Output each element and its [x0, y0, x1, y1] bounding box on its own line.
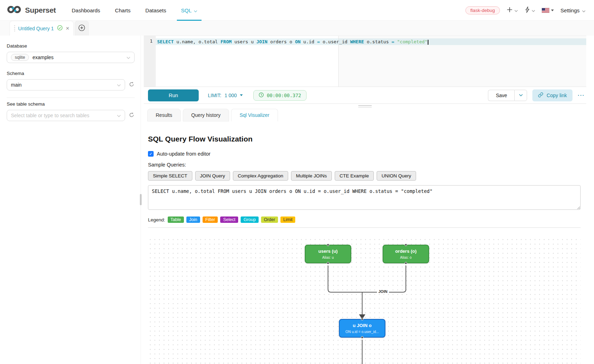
database-engine-badge: sqlite — [11, 54, 29, 61]
save-button[interactable]: Save — [488, 90, 514, 101]
plus-icon — [507, 7, 513, 14]
node-handle[interactable] — [405, 244, 407, 246]
legend-chip-limit: Limit — [280, 216, 295, 223]
schema-select[interactable]: main — [7, 79, 125, 90]
editor-gutter: 1 — [144, 36, 156, 87]
drag-handle-icon[interactable] — [14, 25, 15, 32]
sample-complex-aggregation-button[interactable]: Complex Aggregation — [233, 171, 288, 181]
sidebar-resize-handle[interactable] — [140, 194, 142, 205]
node-handle[interactable] — [361, 336, 364, 339]
save-dropdown-button[interactable] — [514, 90, 527, 101]
plus-circle-icon — [78, 24, 85, 33]
limit-dropdown[interactable]: LIMIT: 1 000 — [208, 93, 243, 98]
top-navbar: Superset Dashboards Charts Datasets SQL … — [0, 0, 594, 21]
table-select[interactable]: Select table or type to search tables — [7, 110, 125, 121]
tab-query-history[interactable]: Query history — [183, 109, 229, 121]
node-handle[interactable] — [361, 318, 364, 320]
legend-chip-order: Order — [261, 216, 278, 223]
workspace: Database sqlite examples Schema main — [0, 36, 594, 364]
flow-node-users[interactable]: users (u) Alias: u — [305, 245, 351, 263]
caret-down-icon — [240, 94, 243, 96]
sql-visualizer-panel: SQL Query Flow Visualization ✓ Auto-upda… — [144, 121, 586, 364]
refresh-schemas-icon[interactable] — [129, 81, 135, 89]
timer-value: 00:00:00.372 — [267, 93, 301, 98]
nav-item-sql-label: SQL — [181, 7, 192, 13]
flow-edges — [148, 237, 581, 364]
legend-chip-filter: Filter — [203, 216, 218, 223]
nav-item-dashboards[interactable]: Dashboards — [72, 0, 100, 21]
sample-simple-select-button[interactable]: Simple SELECT — [148, 171, 192, 181]
legend-chip-join: Join — [186, 216, 200, 223]
alerts-menu[interactable] — [525, 6, 535, 14]
pane-resize-handle[interactable] — [144, 104, 586, 109]
check-circle-icon — [57, 25, 63, 32]
editor-toolbar: Run LIMIT: 1 000 00:00:00.372 Save — [144, 87, 586, 103]
close-icon[interactable]: × — [66, 25, 69, 31]
environment-badge: flask-debug — [465, 6, 500, 14]
query-text-input[interactable]: SELECT u.name, o.total FROM users u JOIN… — [148, 185, 581, 210]
sample-query-buttons: Simple SELECT JOIN Query Complex Aggrega… — [148, 171, 586, 181]
legend-chip-table: Table — [168, 216, 184, 223]
legend: Legend: Table Join Filter Select Group O… — [148, 216, 586, 223]
more-menu-button[interactable]: ··· — [578, 93, 585, 98]
copy-link-label: Copy link — [546, 93, 567, 98]
us-flag-icon — [542, 8, 549, 13]
editor-code-area[interactable]: SELECT u.name, o.total FROM users u JOIN… — [156, 36, 586, 87]
lightning-icon — [525, 6, 530, 14]
node-title: u JOIN o — [342, 323, 383, 328]
new-item-menu[interactable] — [507, 7, 518, 14]
content-divider — [148, 227, 581, 228]
sql-editor[interactable]: 1 SELECT u.name, o.total FROM users u JO… — [144, 36, 586, 87]
copy-link-button[interactable]: Copy link — [532, 89, 573, 101]
tab-sql-visualizer[interactable]: Sql Visualizer — [231, 109, 278, 121]
chevron-down-icon — [514, 7, 518, 13]
link-icon — [538, 92, 543, 99]
nav-item-sql[interactable]: SQL — [181, 0, 197, 21]
nav-item-datasets[interactable]: Datasets — [146, 0, 166, 21]
line-number: 1 — [144, 38, 153, 44]
sample-multiple-joins-button[interactable]: Multiple JOINs — [291, 171, 332, 181]
refresh-tables-icon[interactable] — [129, 112, 135, 119]
limit-value: 1 000 — [224, 93, 237, 98]
query-tab-active[interactable]: Untitled Query 1 × — [10, 21, 74, 36]
flow-node-join[interactable]: u JOIN o ON u.id = o.user_id... — [339, 319, 385, 338]
flow-canvas[interactable]: JOIN users (u) Alias: u orders (o) Alias… — [148, 237, 581, 364]
nav-item-charts[interactable]: Charts — [115, 0, 130, 21]
auto-update-label: Auto-update from editor — [157, 151, 210, 157]
sample-cte-example-button[interactable]: CTE Example — [335, 171, 374, 181]
run-button[interactable]: Run — [148, 89, 199, 101]
settings-menu[interactable]: Settings — [561, 7, 586, 13]
node-handle[interactable] — [327, 262, 329, 264]
infinity-logo-icon — [6, 5, 22, 15]
toolbar-right: Save Copy link ··· — [488, 89, 585, 101]
sample-join-query-button[interactable]: JOIN Query — [195, 171, 230, 181]
chevron-down-icon — [117, 82, 121, 88]
node-title: users (u) — [308, 249, 348, 254]
database-select[interactable]: sqlite examples — [7, 52, 135, 63]
sample-union-query-button[interactable]: UNION Query — [377, 171, 416, 181]
chevron-down-icon — [582, 7, 586, 13]
node-handle[interactable] — [405, 262, 407, 264]
sqllab-main: 1 SELECT u.name, o.total FROM users u JO… — [144, 36, 586, 364]
page-title: SQL Query Flow Visualization — [148, 135, 586, 143]
limit-label: LIMIT: — [208, 93, 221, 98]
language-picker[interactable] — [542, 8, 554, 13]
join-edge-label: JOIN — [377, 289, 389, 294]
legend-chip-group: Group — [241, 216, 259, 223]
query-timer: 00:00:00.372 — [253, 90, 307, 101]
node-subtitle: ON u.id = o.user_id... — [342, 330, 383, 334]
save-split-button: Save — [488, 90, 527, 101]
sidebar-splitter — [138, 36, 144, 364]
tab-results[interactable]: Results — [147, 109, 181, 121]
flow-node-orders[interactable]: orders (o) Alias: o — [383, 245, 429, 263]
chevron-down-icon — [126, 54, 130, 61]
node-subtitle: Alias: o — [385, 256, 426, 259]
chevron-down-icon — [194, 7, 197, 13]
node-handle[interactable] — [327, 244, 329, 246]
sidebar-divider — [7, 98, 135, 98]
auto-update-checkbox[interactable]: ✓ — [148, 151, 154, 157]
superset-logo[interactable]: Superset — [6, 5, 56, 15]
caret-down-icon — [551, 10, 554, 11]
new-query-tab-button[interactable] — [75, 21, 89, 36]
query-tab-strip: Untitled Query 1 × — [0, 21, 594, 36]
